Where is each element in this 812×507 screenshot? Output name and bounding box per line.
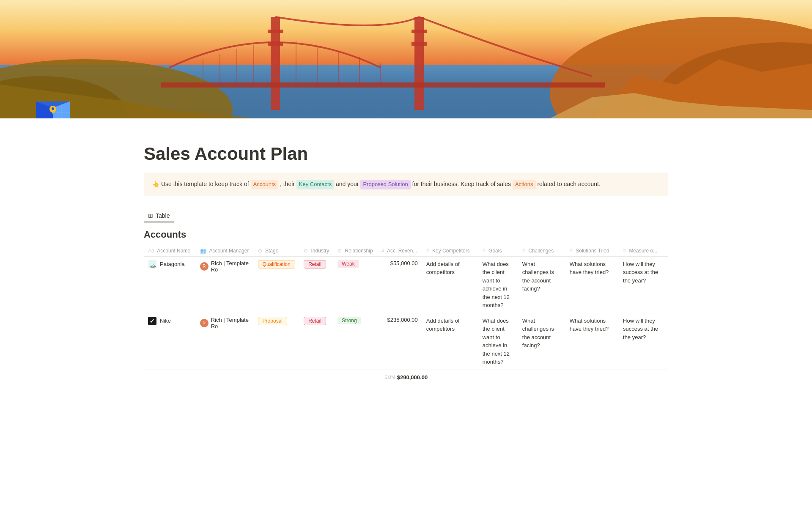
- svg-rect-21: [161, 82, 605, 88]
- manager-name: Rich | Template Ro: [211, 317, 250, 329]
- col-header-account-name[interactable]: Aa Account Name: [144, 245, 196, 257]
- tag-contacts: Key Contacts: [296, 180, 334, 189]
- measure-cell: How will they success at the the year?: [619, 256, 668, 313]
- svg-rect-11: [411, 42, 427, 46]
- manager-name: Rich | Template Ro: [211, 260, 250, 273]
- industry-cell: Retail: [299, 256, 333, 313]
- sum-value: $290,000.00: [397, 374, 428, 381]
- competitors-cell: Add details of competitors: [422, 256, 478, 313]
- relationship-cell: Strong: [333, 313, 377, 370]
- table-row[interactable]: ✔ Nike R Rich | Template Ro ProposalReta…: [144, 313, 668, 370]
- competitors-cell: Add details of competitors: [422, 313, 478, 370]
- stage-badge: Proposal: [258, 317, 287, 325]
- manager-avatar: R: [200, 262, 208, 271]
- tag-solution: Proposed Solution: [360, 180, 410, 189]
- revenue-cell: $55,000.00: [377, 256, 422, 313]
- account-icon: ✔: [148, 317, 156, 325]
- goals-cell: What does the client want to achieve in …: [478, 256, 518, 313]
- industry-badge: Retail: [304, 317, 326, 325]
- info-text-before: Use this template to keep track of: [161, 181, 249, 187]
- goals-cell: What does the client want to achieve in …: [478, 313, 518, 370]
- table-icon: ⊞: [148, 212, 153, 219]
- page-icon: [34, 93, 72, 118]
- measure-cell: How will they success at the the year?: [619, 313, 668, 370]
- solutions-cell: What solutions have they tried?: [565, 256, 619, 313]
- stage-badge: Qualification: [258, 260, 295, 269]
- tag-actions: Actions: [513, 180, 536, 189]
- info-emoji: 👆: [152, 181, 159, 187]
- page-title: Sales Account Plan: [144, 144, 668, 164]
- col-header-competitors[interactable]: ≡ Key Competitors: [422, 245, 478, 257]
- manager-cell: R Rich | Template Ro: [196, 313, 254, 370]
- industry-badge: Retail: [304, 260, 326, 269]
- account-icon: 🏔️: [148, 260, 156, 269]
- sum-label: SUM: [384, 375, 395, 380]
- challenges-cell: What challenges is the account facing?: [518, 313, 565, 370]
- table-view-tab[interactable]: ⊞ Table: [144, 210, 174, 222]
- solutions-cell: What solutions have they tried?: [565, 313, 619, 370]
- challenges-cell: What challenges is the account facing?: [518, 256, 565, 313]
- col-header-challenges[interactable]: ≡ Challenges: [518, 245, 565, 257]
- table-section: ⊞ Table Accounts Aa Account Name 👥 Accou…: [144, 210, 668, 385]
- banner-image: [0, 0, 812, 118]
- col-header-solutions[interactable]: ≡ Solutions Tried: [565, 245, 619, 257]
- col-header-revenue[interactable]: # Acc. Reven...: [377, 245, 422, 257]
- manager-avatar: R: [200, 319, 208, 327]
- col-header-industry[interactable]: ⊙ Industry: [299, 245, 333, 257]
- tag-accounts: Accounts: [251, 180, 278, 189]
- account-name-text: Nike: [160, 318, 171, 324]
- info-text-1: , their: [280, 181, 295, 187]
- account-name-text: Patagonia: [160, 261, 185, 267]
- stage-cell: Proposal: [254, 313, 300, 370]
- col-header-manager[interactable]: 👥 Account Manager: [196, 245, 254, 257]
- svg-point-34: [52, 107, 54, 110]
- svg-rect-8: [268, 30, 283, 33]
- revenue-cell: $235,000.00: [377, 313, 422, 370]
- industry-cell: Retail: [299, 313, 333, 370]
- relationship-badge: Weak: [337, 260, 359, 268]
- table-tab-label: Table: [156, 212, 170, 219]
- relationship-cell: Weak: [333, 256, 377, 313]
- info-box: 👆 Use this template to keep track of Acc…: [144, 173, 668, 196]
- info-text-2: and your: [336, 181, 359, 187]
- col-header-relationship[interactable]: ⊙ Relationship: [333, 245, 377, 257]
- sum-row: SUM $290,000.00: [144, 370, 668, 385]
- table-row[interactable]: 🏔️ Patagonia R Rich | Template Ro Qualif…: [144, 256, 668, 313]
- manager-cell: R Rich | Template Ro: [196, 256, 254, 313]
- accounts-table: Aa Account Name 👥 Account Manager ⊙ Stag…: [144, 245, 668, 370]
- col-header-stage[interactable]: ⊙ Stage: [254, 245, 300, 257]
- col-header-goals[interactable]: ≡ Goals: [478, 245, 518, 257]
- info-text-3: for their business. Keep track of sales: [412, 181, 511, 187]
- svg-rect-10: [411, 30, 427, 33]
- info-text-4: related to each account.: [537, 181, 600, 187]
- account-name-cell: 🏔️ Patagonia: [144, 256, 196, 313]
- table-section-title: Accounts: [144, 229, 668, 240]
- relationship-badge: Strong: [337, 317, 361, 324]
- account-name-cell: ✔ Nike: [144, 313, 196, 370]
- col-header-measure[interactable]: ≡ Measure o...: [619, 245, 668, 257]
- stage-cell: Qualification: [254, 256, 300, 313]
